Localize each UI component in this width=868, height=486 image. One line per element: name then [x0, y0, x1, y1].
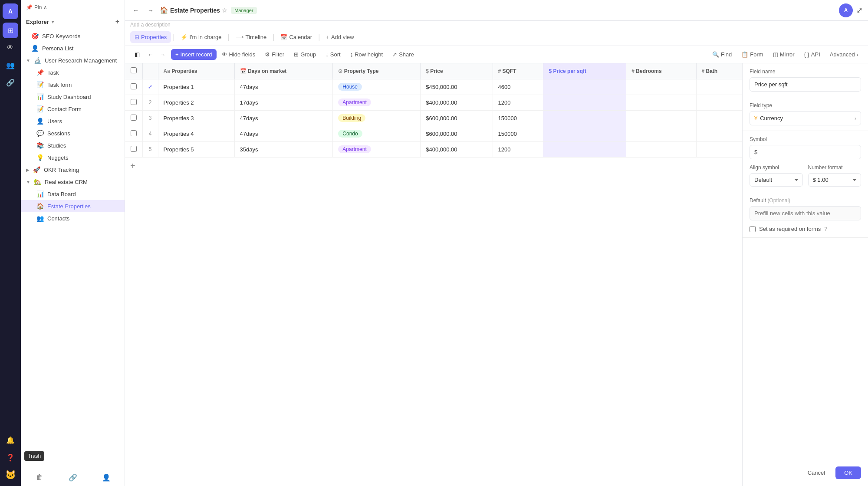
share-button[interactable]: 🔗: [66, 470, 80, 484]
sidebar-item-contact-form[interactable]: 📝 Contact Form: [21, 103, 125, 115]
field-name-input[interactable]: [750, 77, 861, 92]
hide-fields-button[interactable]: 👁 Hide fields: [217, 49, 260, 60]
advanced-button[interactable]: Advanced ›: [825, 49, 863, 60]
row-days-5[interactable]: 35days: [234, 141, 333, 157]
share-toolbar-button[interactable]: ↗ Share: [388, 49, 418, 60]
col-price-per-sqft[interactable]: $ Price per sqft: [543, 63, 626, 79]
cancel-button[interactable]: Cancel: [801, 466, 832, 479]
col-days-on-market[interactable]: 📅 Days on market: [234, 63, 333, 79]
row-price-1[interactable]: $450,000.00: [421, 79, 493, 95]
explorer-title[interactable]: Explorer ▼: [26, 19, 55, 25]
row-bath-3[interactable]: [696, 110, 742, 126]
expand-icon[interactable]: ⤢: [148, 84, 152, 90]
col-properties[interactable]: Aa Properties: [158, 63, 234, 79]
row-type-1[interactable]: House: [333, 79, 421, 95]
col-price[interactable]: $ Price: [421, 63, 493, 79]
row-bath-4[interactable]: [696, 126, 742, 141]
sidebar-item-persona-list[interactable]: 👤 Persona List: [21, 42, 125, 54]
trash-button[interactable]: 🗑: [33, 470, 46, 484]
forward-button[interactable]: →: [145, 5, 156, 16]
sidebar-item-seo-keywords[interactable]: 🎯 SEO Keywords: [21, 30, 125, 42]
field-type-selector[interactable]: ¥ Currency ›: [750, 111, 861, 125]
share-top-button[interactable]: ⤢: [856, 6, 863, 15]
row-checkbox-4[interactable]: [125, 126, 142, 141]
col-bedrooms[interactable]: # Bedrooms: [626, 63, 696, 79]
row-checkbox-5[interactable]: [125, 141, 142, 157]
row-bath-5[interactable]: [696, 141, 742, 157]
app-avatar[interactable]: A: [3, 3, 18, 19]
row-name-2[interactable]: Properties 2: [158, 95, 234, 110]
col-bath[interactable]: # Bath: [696, 63, 742, 79]
sidebar-item-studies[interactable]: 📚 Studies: [21, 139, 125, 151]
pin-button[interactable]: 📌 Pin ∧: [26, 4, 47, 10]
row-type-5[interactable]: Apartment: [333, 141, 421, 157]
sidebar-icon-link[interactable]: 🔗: [3, 75, 18, 90]
row-sqft-5[interactable]: 1200: [493, 141, 543, 157]
sidebar-item-nuggets[interactable]: 💡 Nuggets: [21, 151, 125, 164]
sidebar-icon-grid[interactable]: 👁: [3, 40, 18, 56]
row-bedrooms-2[interactable]: [626, 95, 696, 110]
row-bath-1[interactable]: [696, 79, 742, 95]
row-price-3[interactable]: $600,000.00: [421, 110, 493, 126]
add-view-button[interactable]: + Add view: [322, 31, 358, 43]
find-button[interactable]: 🔍 Find: [708, 49, 736, 60]
row-pps-4[interactable]: [543, 126, 626, 141]
sort-button[interactable]: ↕ Sort: [321, 49, 345, 60]
row-sqft-4[interactable]: 150000: [493, 126, 543, 141]
toolbar-back-button[interactable]: ←: [145, 49, 156, 60]
sidebar-icon-home[interactable]: ⊞: [3, 23, 18, 38]
sidebar-icon-help[interactable]: ❓: [3, 450, 18, 465]
row-bath-2[interactable]: [696, 95, 742, 110]
sidebar-item-user-research[interactable]: ▼ 🔬 User Research Management: [21, 54, 125, 66]
row-pps-1[interactable]: [543, 79, 626, 95]
form-button[interactable]: 📋 Form: [737, 49, 767, 60]
add-member-button[interactable]: 👤: [99, 470, 113, 484]
symbol-input[interactable]: [750, 145, 861, 159]
row-name-1[interactable]: Properties 1: [158, 79, 234, 95]
help-icon[interactable]: ?: [824, 226, 827, 232]
row-checkbox-2[interactable]: [125, 95, 142, 110]
tab-properties[interactable]: ⊞ Properties: [130, 31, 171, 43]
row-sqft-3[interactable]: 150000: [493, 110, 543, 126]
row-checkbox-1[interactable]: [125, 79, 142, 95]
align-symbol-select[interactable]: Default Left Right: [750, 173, 803, 187]
back-button[interactable]: ←: [130, 5, 141, 16]
description-text[interactable]: Add a description: [130, 22, 171, 28]
sidebar-item-estate-properties[interactable]: 🏠 Estate Properties: [21, 200, 125, 212]
sidebar-item-data-board[interactable]: 📊 Data Board: [21, 188, 125, 200]
row-pps-2[interactable]: [543, 95, 626, 110]
row-name-5[interactable]: Properties 5: [158, 141, 234, 157]
required-checkbox[interactable]: [750, 226, 756, 232]
sidebar-item-sessions[interactable]: 💬 Sessions: [21, 127, 125, 139]
row-type-4[interactable]: Condo: [333, 126, 421, 141]
sidebar-item-okr-tracking[interactable]: ▶ 🚀 OKR Tracking: [21, 164, 125, 176]
sidebar-item-contacts[interactable]: 👥 Contacts: [21, 212, 125, 224]
number-format-select[interactable]: $ 1.00: [808, 173, 861, 187]
row-name-4[interactable]: Properties 4: [158, 126, 234, 141]
row-sqft-1[interactable]: 4600: [493, 79, 543, 95]
row-days-2[interactable]: 17days: [234, 95, 333, 110]
tab-calendar[interactable]: 📅 Calendar: [276, 31, 316, 43]
sidebar-item-task[interactable]: 📌 Task: [21, 66, 125, 79]
collapse-panel-button[interactable]: ◧: [130, 48, 144, 62]
default-input[interactable]: [750, 206, 861, 220]
add-row-button[interactable]: +: [125, 158, 742, 174]
insert-record-button[interactable]: + Insert record: [171, 49, 217, 60]
star-icon[interactable]: ☆: [222, 7, 227, 14]
row-pps-3[interactable]: [543, 110, 626, 126]
row-name-3[interactable]: Properties 3: [158, 110, 234, 126]
row-price-5[interactable]: $400,000.00: [421, 141, 493, 157]
row-type-2[interactable]: Apartment: [333, 95, 421, 110]
mirror-button[interactable]: ◫ Mirror: [769, 49, 799, 60]
user-avatar[interactable]: A: [839, 3, 853, 17]
row-bedrooms-5[interactable]: [626, 141, 696, 157]
row-checkbox-3[interactable]: [125, 110, 142, 126]
tab-timeline[interactable]: ⟶ Timeline: [231, 31, 271, 43]
row-days-4[interactable]: 47days: [234, 126, 333, 141]
tab-in-charge[interactable]: ⚡ I'm in charge: [176, 31, 226, 43]
ok-button[interactable]: OK: [835, 466, 861, 479]
row-price-4[interactable]: $600,000.00: [421, 126, 493, 141]
row-pps-5[interactable]: [543, 141, 626, 157]
row-height-button[interactable]: ↨ Row height: [346, 49, 388, 60]
add-explorer-button[interactable]: +: [115, 18, 119, 26]
